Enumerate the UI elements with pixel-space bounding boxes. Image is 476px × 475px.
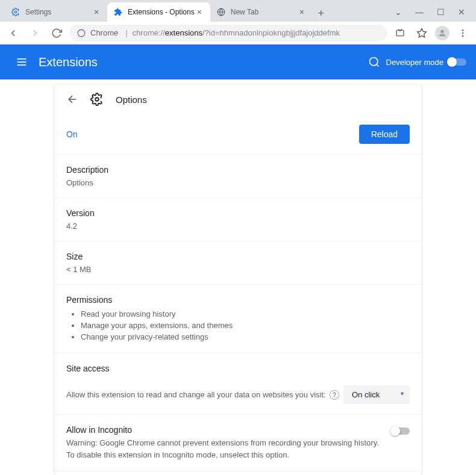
description-value: Options bbox=[66, 178, 410, 187]
incognito-label: Allow in Incognito bbox=[66, 425, 380, 435]
tab-extensions[interactable]: Extensions - Options × bbox=[107, 2, 210, 22]
description-label: Description bbox=[66, 165, 410, 175]
menu-icon[interactable] bbox=[454, 25, 471, 42]
svg-point-3 bbox=[78, 29, 85, 37]
extension-detail-card: Options On Reload Description Options Ve… bbox=[54, 84, 422, 475]
incognito-toggle[interactable] bbox=[392, 427, 410, 435]
avatar[interactable] bbox=[435, 26, 449, 40]
settings-icon bbox=[11, 7, 20, 17]
tabs-container: Settings × Extensions - Options × New Ta… bbox=[0, 0, 384, 22]
minimize-icon[interactable]: — bbox=[415, 7, 424, 17]
svg-line-14 bbox=[376, 64, 378, 67]
close-icon[interactable]: × bbox=[297, 7, 307, 17]
site-access-label: Site access bbox=[66, 364, 410, 373]
site-access-desc: Allow this extension to read and change … bbox=[66, 390, 339, 400]
size-value: < 1 MB bbox=[66, 265, 410, 274]
size-label: Size bbox=[66, 252, 410, 261]
dev-mode-toggle[interactable] bbox=[448, 58, 466, 66]
window-controls: ⌄ — ☐ ✕ bbox=[384, 7, 476, 22]
address-url: chrome://extensions/?id=hhmnadonlnpiokng… bbox=[133, 28, 340, 37]
address-bar[interactable]: Chrome | chrome://extensions/?id=hhmnado… bbox=[70, 25, 387, 42]
world-icon bbox=[216, 7, 226, 17]
version-value: 4.2 bbox=[66, 222, 410, 231]
tab-new[interactable]: New Tab × bbox=[210, 2, 313, 22]
toolbar: Chrome | chrome://extensions/?id=hhmnado… bbox=[0, 22, 476, 45]
maximize-icon[interactable]: ☐ bbox=[437, 7, 445, 17]
chevron-down-icon[interactable]: ⌄ bbox=[395, 7, 402, 17]
puzzle-icon bbox=[113, 7, 123, 17]
version-label: Version bbox=[66, 208, 410, 218]
forward-button[interactable] bbox=[27, 25, 43, 42]
svg-point-0 bbox=[14, 11, 17, 13]
tab-title: Extensions - Options bbox=[128, 8, 195, 16]
permission-item: Read your browsing history bbox=[81, 308, 410, 320]
permissions-list: Read your browsing history Manage your a… bbox=[66, 308, 410, 343]
reload-button[interactable]: Reload bbox=[359, 125, 410, 144]
back-button[interactable] bbox=[5, 25, 22, 42]
tab-title: Settings bbox=[25, 8, 92, 16]
close-icon[interactable]: × bbox=[195, 7, 204, 17]
help-icon[interactable]: ? bbox=[330, 390, 339, 400]
permission-item: Change your privacy-related settings bbox=[81, 331, 410, 343]
content-scroll[interactable]: Options On Reload Description Options Ve… bbox=[0, 79, 476, 475]
svg-point-7 bbox=[462, 29, 464, 31]
dev-mode-label: Developer mode bbox=[386, 58, 443, 67]
extensions-header: Extensions Developer mode bbox=[0, 45, 476, 79]
tab-title: New Tab bbox=[231, 8, 297, 16]
share-icon[interactable] bbox=[392, 25, 409, 42]
svg-point-13 bbox=[369, 58, 377, 66]
gear-icon bbox=[90, 93, 104, 106]
site-access-dropdown[interactable]: On click bbox=[343, 385, 410, 404]
svg-marker-5 bbox=[418, 28, 427, 37]
svg-point-8 bbox=[462, 32, 464, 34]
reload-button[interactable] bbox=[48, 25, 65, 42]
permissions-label: Permissions bbox=[66, 295, 410, 305]
page-title: Extensions bbox=[39, 55, 362, 69]
svg-point-9 bbox=[462, 35, 464, 37]
hamburger-icon[interactable] bbox=[10, 50, 34, 74]
svg-point-16 bbox=[95, 98, 99, 101]
svg-point-6 bbox=[440, 29, 443, 33]
tab-settings[interactable]: Settings × bbox=[5, 2, 107, 22]
incognito-desc: Warning: Google Chrome cannot prevent ex… bbox=[66, 437, 380, 461]
back-arrow-icon[interactable] bbox=[66, 93, 78, 105]
bookmark-icon[interactable] bbox=[413, 25, 430, 42]
new-tab-button[interactable]: + bbox=[313, 5, 330, 22]
close-window-icon[interactable]: ✕ bbox=[458, 7, 465, 17]
search-icon[interactable] bbox=[362, 50, 386, 74]
titlebar: Settings × Extensions - Options × New Ta… bbox=[0, 0, 476, 22]
address-prefix: Chrome bbox=[90, 28, 118, 37]
permission-item: Manage your apps, extensions, and themes bbox=[81, 320, 410, 331]
close-icon[interactable]: × bbox=[92, 7, 101, 17]
card-header: Options bbox=[54, 84, 422, 114]
extension-name: Options bbox=[116, 95, 147, 105]
on-status: On bbox=[66, 129, 78, 139]
